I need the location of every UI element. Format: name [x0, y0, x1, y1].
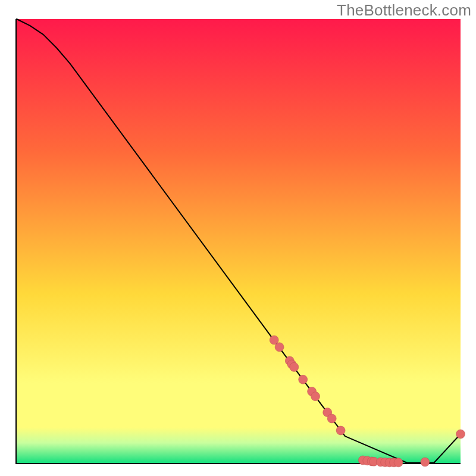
watermark-text: TheBottleneck.com [337, 1, 471, 20]
data-point [275, 343, 284, 352]
chart-frame: TheBottleneck.com [0, 0, 476, 476]
data-points [270, 336, 465, 467]
data-point [336, 426, 345, 435]
data-point [421, 458, 430, 466]
bottleneck-curve [17, 19, 461, 463]
data-point [311, 392, 320, 401]
data-point [299, 375, 308, 384]
data-point [290, 362, 299, 371]
foreground-layer [17, 19, 461, 463]
data-point [394, 458, 403, 467]
data-point [327, 414, 336, 423]
data-point [456, 430, 465, 439]
plot-area [15, 19, 461, 464]
